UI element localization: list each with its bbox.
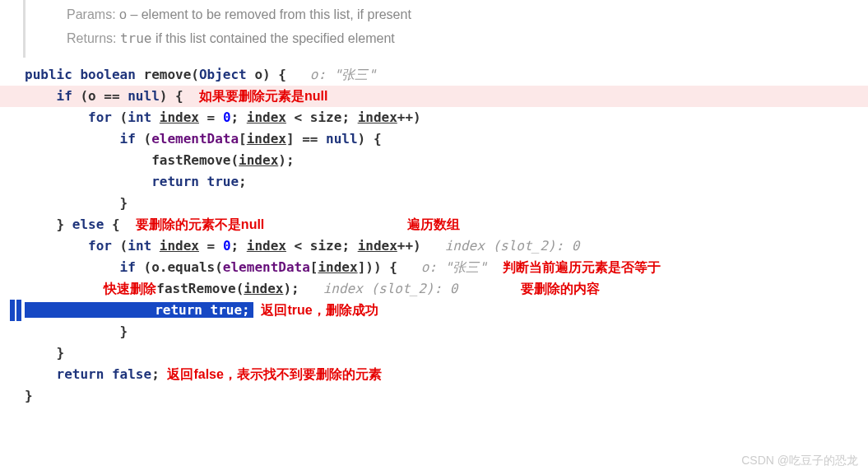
params-text: o – element to be removed from this list… xyxy=(119,7,411,21)
code-line-9: for (int index = 0; index < size; index+… xyxy=(0,235,868,257)
param-hint: o: "张三" xyxy=(310,67,376,82)
annotation-3: 遍历数组 xyxy=(407,217,460,231)
code-line-12-execution: return true; 返回true，删除成功 xyxy=(0,300,868,321)
code-editor[interactable]: public boolean remove(Object o) { o: "张三… xyxy=(0,64,868,407)
annotation-1: 如果要删除元素是null xyxy=(199,89,327,103)
returns-text: if this list contained the specified ele… xyxy=(151,31,394,45)
code-line-11: 快速删除fastRemove(index); index (slot_2): 0… xyxy=(0,278,868,300)
code-line-13: } xyxy=(0,321,868,342)
debug-hint-1: index (slot_2): 0 xyxy=(445,238,580,254)
watermark: CSDN @吃豆子的恐龙 xyxy=(741,454,858,468)
code-line-1: public boolean remove(Object o) { o: "张三… xyxy=(0,64,868,86)
javadoc-section: Params: o – element to be removed from t… xyxy=(23,0,868,58)
code-line-14: } xyxy=(0,342,868,364)
params-line: Params: o – element to be removed from t… xyxy=(67,3,868,27)
returns-label: Returns: xyxy=(67,31,116,45)
code-line-2: if (o == null) { 如果要删除元素是null xyxy=(0,86,868,107)
annotation-5: 快速删除 xyxy=(104,282,156,296)
code-line-3: for (int index = 0; index < size; index+… xyxy=(0,107,868,128)
code-line-10: if (o.equals(elementData[index])) { o: "… xyxy=(0,257,868,278)
annotation-8: 返回false，表示找不到要删除的元素 xyxy=(167,367,381,381)
annotation-7: 返回true，删除成功 xyxy=(261,303,378,317)
annotation-4: 判断当前遍历元素是否等于 xyxy=(503,260,661,274)
code-line-16: } xyxy=(0,385,868,407)
code-line-15: return false; 返回false，表示找不到要删除的元素 xyxy=(0,364,868,385)
code-line-8: } else { 要删除的元素不是null 遍历数组 xyxy=(0,214,868,235)
annotation-2: 要删除的元素不是null xyxy=(136,217,264,231)
code-line-6: return true; xyxy=(0,171,868,193)
params-label: Params: xyxy=(67,7,116,21)
debug-hint-2: o: "张三" xyxy=(421,259,487,275)
returns-line: Returns: true if this list contained the… xyxy=(67,27,868,51)
code-line-7: } xyxy=(0,193,868,214)
code-line-5: fastRemove(index); xyxy=(0,150,868,171)
annotation-6: 要删除的内容 xyxy=(521,282,600,296)
code-line-4: if (elementData[index] == null) { xyxy=(0,128,868,150)
debug-hint-3: index (slot_2): 0 xyxy=(323,281,458,296)
returns-code: true xyxy=(120,30,152,46)
